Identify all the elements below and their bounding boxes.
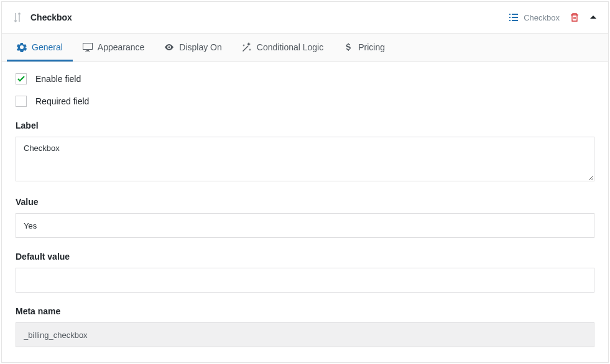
field-type-badge: Checkbox [509,12,560,22]
meta-name-field-label: Meta name [16,306,594,316]
panel-body: Enable field Required field Label Value … [2,62,608,362]
tab-label: General [32,42,63,52]
enable-field-row: Enable field [16,73,594,84]
label-field-group: Label [16,121,594,183]
eye-icon [164,42,174,52]
label-input[interactable] [16,137,594,181]
svg-rect-5 [512,20,518,21]
value-field-label: Value [16,197,594,207]
tab-label: Pricing [358,42,385,52]
panel-header: Checkbox Checkbox [2,2,608,33]
tab-conditional-logic[interactable]: Conditional Logic [232,34,333,61]
svg-rect-1 [512,14,518,15]
tab-appearance[interactable]: Appearance [73,34,155,61]
check-icon [17,75,25,83]
enable-field-label: Enable field [35,74,81,84]
delete-button[interactable] [570,12,580,22]
drag-handle-icon[interactable] [13,12,22,23]
tab-general[interactable]: General [7,34,73,61]
svg-rect-2 [509,17,511,18]
dollar-icon [343,42,353,52]
required-field-checkbox[interactable] [16,96,27,107]
required-field-row: Required field [16,96,594,107]
tabs-nav: General Appearance Display On Conditiona… [2,33,608,62]
default-value-field-group: Default value [16,252,594,293]
gear-icon [17,42,27,52]
field-type-label: Checkbox [524,13,560,22]
chevron-up-icon [589,14,597,21]
value-input[interactable] [16,213,594,238]
tab-label: Display On [179,42,221,52]
tab-label: Appearance [98,42,145,52]
panel-title: Checkbox [30,12,72,22]
value-field-group: Value [16,197,594,238]
label-field-label: Label [16,121,594,130]
svg-rect-4 [509,20,511,21]
tab-pricing[interactable]: Pricing [333,34,395,61]
header-left: Checkbox [13,12,72,23]
meta-name-field-group: Meta name [16,306,594,347]
magic-wand-icon [242,42,252,52]
default-value-field-label: Default value [16,252,594,262]
collapse-button[interactable] [589,14,597,21]
svg-rect-0 [509,14,511,15]
trash-icon [570,12,580,22]
meta-name-input[interactable] [16,322,594,347]
header-right: Checkbox [509,12,597,22]
monitor-icon [83,42,93,52]
default-value-input[interactable] [16,268,594,293]
enable-field-checkbox[interactable] [16,73,27,84]
tab-display-on[interactable]: Display On [154,34,231,61]
required-field-label: Required field [35,96,89,106]
field-panel: Checkbox Checkbox [1,1,609,363]
svg-rect-3 [512,17,518,18]
tab-label: Conditional Logic [257,42,323,52]
list-icon [509,12,519,22]
